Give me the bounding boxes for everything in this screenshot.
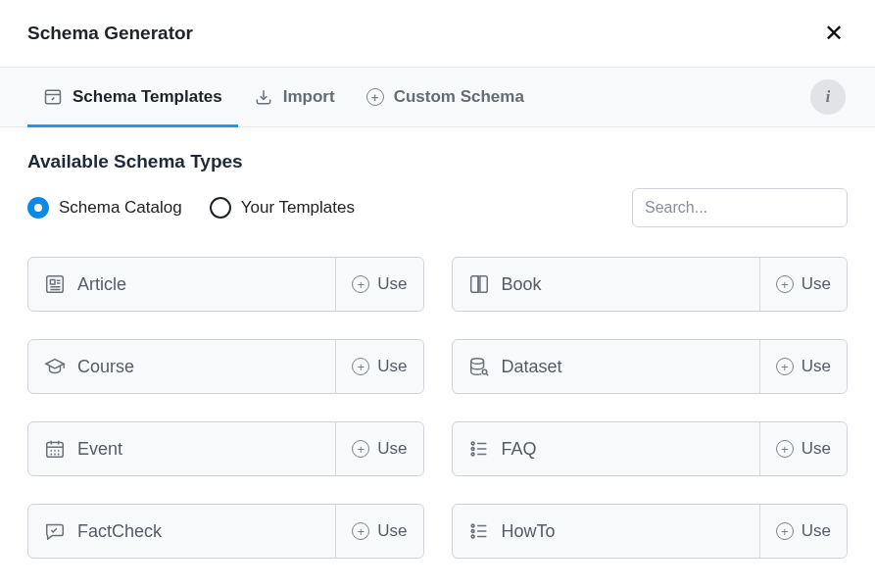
- tab-label: Custom Schema: [394, 87, 524, 107]
- info-icon[interactable]: i: [810, 79, 846, 115]
- tab-import[interactable]: Import: [238, 68, 351, 126]
- dialog-header: Schema Generator ✕: [0, 0, 875, 67]
- plus-circle-icon: +: [352, 440, 369, 458]
- filter-row: Schema Catalog Your Templates: [27, 188, 848, 227]
- use-button[interactable]: + Use: [759, 340, 847, 393]
- radio-checked-icon: [27, 197, 49, 219]
- use-button[interactable]: + Use: [759, 422, 847, 475]
- svg-point-3: [482, 369, 487, 374]
- use-button[interactable]: + Use: [335, 258, 422, 311]
- tab-label: Import: [283, 87, 335, 107]
- svg-point-9: [471, 530, 474, 533]
- article-icon: [44, 273, 66, 295]
- use-label: Use: [377, 521, 407, 541]
- svg-point-5: [471, 442, 474, 445]
- use-label: Use: [802, 439, 831, 459]
- card-title-area[interactable]: FactCheck: [28, 505, 335, 558]
- radio-label: Schema Catalog: [59, 198, 182, 218]
- svg-point-2: [470, 359, 483, 365]
- use-button[interactable]: + Use: [759, 505, 847, 558]
- svg-rect-0: [46, 90, 61, 103]
- use-label: Use: [377, 357, 407, 376]
- plus-circle-icon: +: [776, 358, 794, 375]
- factcheck-icon: [44, 520, 66, 542]
- plus-circle-icon: +: [352, 275, 369, 293]
- card-course: Course + Use: [27, 339, 424, 394]
- course-icon: [44, 356, 66, 377]
- close-icon[interactable]: ✕: [820, 18, 848, 49]
- howto-icon: [468, 520, 490, 542]
- card-title-area[interactable]: FAQ: [453, 422, 759, 475]
- card-title: HowTo: [502, 521, 556, 542]
- faq-icon: [468, 438, 490, 460]
- dataset-icon: [468, 356, 490, 377]
- schema-grid: Article + Use Book + Use Course +: [27, 257, 848, 559]
- use-label: Use: [802, 357, 831, 376]
- card-title: Article: [77, 274, 126, 295]
- plus-circle-icon: +: [366, 88, 384, 106]
- card-dataset: Dataset + Use: [452, 339, 849, 394]
- section-title: Available Schema Types: [27, 151, 848, 172]
- use-button[interactable]: + Use: [759, 258, 847, 311]
- plus-circle-icon: +: [776, 522, 794, 540]
- tab-schema-templates[interactable]: Schema Templates: [27, 68, 238, 126]
- card-book: Book + Use: [452, 257, 849, 312]
- use-label: Use: [377, 439, 407, 459]
- event-icon: [44, 438, 66, 460]
- card-event: Event + Use: [27, 421, 424, 476]
- content-area: Available Schema Types Schema Catalog Yo…: [0, 127, 875, 588]
- card-title: Dataset: [502, 357, 562, 377]
- tab-custom-schema[interactable]: + Custom Schema: [351, 68, 540, 126]
- dialog-title: Schema Generator: [27, 23, 193, 44]
- use-button[interactable]: + Use: [335, 340, 422, 393]
- svg-point-6: [471, 448, 474, 451]
- card-title: Course: [77, 357, 134, 377]
- card-title-area[interactable]: Book: [453, 258, 759, 311]
- card-title-area[interactable]: Article: [28, 258, 335, 311]
- plus-circle-icon: +: [776, 440, 794, 458]
- card-title: Event: [77, 439, 122, 460]
- radio-schema-catalog[interactable]: Schema Catalog: [27, 197, 182, 219]
- search-input[interactable]: [632, 188, 848, 227]
- card-title: FAQ: [502, 439, 537, 460]
- use-label: Use: [377, 274, 407, 294]
- plus-circle-icon: +: [352, 358, 369, 375]
- card-title-area[interactable]: Event: [28, 422, 335, 475]
- tab-label: Schema Templates: [73, 87, 222, 107]
- card-howto: HowTo + Use: [452, 504, 849, 559]
- svg-point-8: [471, 524, 474, 527]
- radio-group: Schema Catalog Your Templates: [27, 197, 355, 219]
- card-title-area[interactable]: Dataset: [453, 340, 759, 393]
- card-title-area[interactable]: Course: [28, 340, 335, 393]
- use-label: Use: [802, 274, 831, 294]
- import-icon: [254, 87, 273, 107]
- card-title: Book: [502, 274, 542, 295]
- card-faq: FAQ + Use: [452, 421, 849, 476]
- card-article: Article + Use: [27, 257, 424, 312]
- template-icon: [43, 87, 63, 107]
- card-title: FactCheck: [77, 521, 162, 542]
- plus-circle-icon: +: [352, 522, 369, 540]
- use-button[interactable]: + Use: [335, 422, 422, 475]
- card-factcheck: FactCheck + Use: [27, 504, 424, 559]
- radio-your-templates[interactable]: Your Templates: [210, 197, 355, 219]
- radio-unchecked-icon: [210, 197, 231, 219]
- plus-circle-icon: +: [776, 275, 794, 293]
- radio-label: Your Templates: [241, 198, 355, 218]
- svg-point-10: [471, 535, 474, 538]
- use-label: Use: [802, 521, 831, 541]
- use-button[interactable]: + Use: [335, 505, 422, 558]
- book-icon: [468, 273, 490, 295]
- card-title-area[interactable]: HowTo: [453, 505, 759, 558]
- tab-bar: Schema Templates Import + Custom Schema …: [0, 67, 875, 127]
- svg-point-7: [471, 453, 474, 456]
